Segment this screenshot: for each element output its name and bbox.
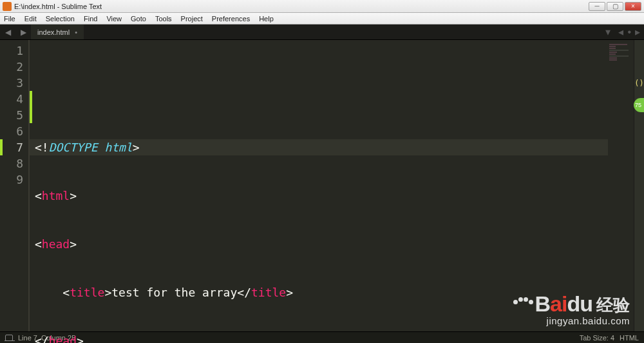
tab-dirty-indicator: • [75,28,77,36]
menu-goto[interactable]: Goto [129,15,147,23]
line-number: 3 [0,75,23,91]
right-gutter: () [634,40,644,331]
menu-view[interactable]: View [105,15,123,23]
maximize-button[interactable]: ▢ [607,2,623,11]
line-number-gutter: 1 2 3 4 5 6 7 8 9 [0,40,28,331]
tab-history-fwd-icon[interactable]: ▶ [15,24,31,39]
tab-overflow-icon[interactable]: ▾ [601,24,614,39]
menu-find[interactable]: Find [82,15,99,23]
code-view[interactable]: <!DOCTYPE html> <html> <head> <title>tes… [28,40,608,331]
split-right-icon[interactable]: ▸ [635,26,640,38]
line-number: 7 [0,139,23,155]
tab-index-html[interactable]: index.html • [31,24,84,39]
editor-area: 1 2 3 4 5 6 7 8 9 <!DOCTYPE html> <html>… [0,40,644,331]
line-number: 1 [0,43,23,59]
window-buttons: ─ ▢ × [587,2,641,11]
menu-file[interactable]: File [3,15,17,23]
layout-controls: ◂ • ▸ [614,24,644,39]
window-titlebar: E:\index.html - Sublime Text ─ ▢ × [0,0,644,13]
console-icon[interactable] [5,335,13,341]
modified-marker [30,91,32,123]
tab-label: index.html [37,28,70,36]
menu-project[interactable]: Project [180,15,204,23]
menu-bar: File Edit Selection Find View Goto Tools… [0,13,644,24]
syntax-mode[interactable]: HTML [620,334,639,342]
menu-help[interactable]: Help [258,15,275,23]
line-number: 9 [0,172,23,188]
minimize-button[interactable]: ─ [589,2,605,11]
menu-edit[interactable]: Edit [23,15,38,23]
window-title: E:\index.html - Sublime Text [14,3,587,10]
line-number: 5 [0,107,23,123]
app-icon [3,2,12,11]
tab-strip: ◀ ▶ index.html • ▾ ◂ • ▸ [0,24,644,40]
minimap[interactable] [608,40,634,331]
line-number: 2 [0,59,23,75]
bracket-indicator: () [634,79,643,88]
line-number: 4 [0,91,23,107]
edge-badge: 75 [634,98,644,112]
split-left-icon[interactable]: ◂ [618,26,623,38]
line-number: 8 [0,155,23,172]
split-dot-icon[interactable]: • [627,26,631,38]
menu-preferences[interactable]: Preferences [211,15,251,23]
close-button[interactable]: × [625,2,641,11]
menu-tools[interactable]: Tools [154,15,173,23]
tab-history-back-icon[interactable]: ◀ [0,24,15,39]
menu-selection[interactable]: Selection [44,15,76,23]
line-number: 6 [0,123,23,139]
